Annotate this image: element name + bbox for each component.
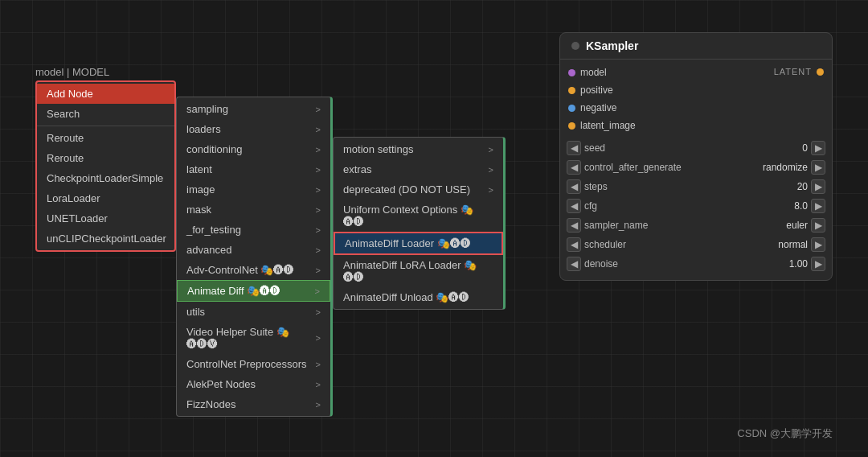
menu-cat-for-testing[interactable]: _for_testing > — [177, 220, 330, 240]
port-negative: negative — [560, 100, 644, 116]
menu-item-uniform-context[interactable]: Uniform Context Options 🎭🅐🅓 — [334, 200, 503, 232]
port-dot-negative — [568, 105, 575, 112]
port-label-model: model — [580, 67, 607, 78]
param-row-cfg: ◀ cfg 8.0 ▶ — [560, 196, 832, 216]
param-name-cfg: cfg — [584, 200, 756, 212]
port-latent-image: latent_image — [560, 117, 644, 134]
ksampler-title: KSampler — [560, 33, 832, 60]
param-row-control-after: ◀ control_after_generate randomize ▶ — [560, 158, 832, 177]
menu-add-node[interactable]: Add Node — [37, 84, 174, 104]
context-menu-level2: sampling > loaders > conditioning > late… — [176, 97, 333, 417]
menu-separator — [37, 126, 174, 126]
param-btn-control-right[interactable]: ▶ — [811, 160, 825, 175]
ksampler-input-ports: model positive negative latent_image — [560, 64, 644, 134]
menu-search[interactable]: Search — [37, 104, 174, 124]
menu-item-extras[interactable]: extras > — [334, 159, 503, 179]
param-value-steps: 20 — [760, 181, 808, 192]
param-row-sampler-name: ◀ sampler_name euler ▶ — [560, 216, 832, 235]
port-dot-latent-out — [817, 68, 824, 76]
menu-unclip-loader[interactable]: unCLIPCheckpointLoader — [37, 228, 174, 249]
ksampler-ports-section: model positive negative latent_image LAT… — [560, 63, 832, 135]
param-btn-seed-right[interactable]: ▶ — [811, 141, 825, 155]
ksampler-title-text: KSampler — [586, 39, 638, 52]
param-name-sampler: sampler_name — [584, 220, 756, 231]
ksampler-output-ports: LATENT — [766, 64, 832, 134]
menu-item-deprecated[interactable]: deprecated (DO NOT USE) > — [334, 179, 503, 200]
param-value-scheduler: normal — [760, 239, 808, 250]
menu-checkpoint-loader[interactable]: CheckpointLoaderSimple — [37, 168, 174, 188]
param-btn-scheduler-left[interactable]: ◀ — [567, 237, 581, 252]
menu-cat-mask[interactable]: mask > — [177, 200, 330, 220]
param-value-sampler: euler — [760, 220, 808, 231]
param-btn-sampler-left[interactable]: ◀ — [567, 218, 581, 233]
menu-cat-advanced[interactable]: advanced > — [177, 240, 330, 260]
param-name-denoise: denoise — [584, 258, 756, 270]
param-value-control-after: randomize — [760, 162, 808, 173]
param-btn-cfg-left[interactable]: ◀ — [567, 199, 581, 213]
menu-cat-fizznodes[interactable]: FizzNodes > — [177, 394, 330, 414]
param-btn-scheduler-right[interactable]: ▶ — [811, 237, 825, 252]
param-btn-steps-left[interactable]: ◀ — [567, 179, 581, 194]
param-btn-control-left[interactable]: ◀ — [567, 160, 581, 175]
ksampler-status-dot — [571, 42, 579, 50]
menu-cat-latent[interactable]: latent > — [177, 159, 330, 179]
param-btn-seed-left[interactable]: ◀ — [567, 141, 581, 155]
menu-lora-loader[interactable]: LoraLoader — [37, 188, 174, 208]
menu-cat-utils[interactable]: utils > — [177, 302, 330, 322]
param-btn-cfg-right[interactable]: ▶ — [811, 199, 825, 213]
menu-unet-loader[interactable]: UNETLoader — [37, 208, 174, 228]
param-btn-steps-right[interactable]: ▶ — [811, 179, 825, 194]
menu-cat-adv-controlnet[interactable]: Adv-ControlNet 🎭🅐🅓 > — [177, 260, 330, 280]
port-dot-latent — [568, 122, 575, 130]
menu-item-animatediff-loader[interactable]: AnimateDiff Loader 🎭🅐🅓 — [334, 232, 503, 255]
model-label: model | MODEL — [35, 66, 109, 78]
port-model: model — [560, 64, 644, 80]
port-dot-model — [568, 69, 575, 76]
port-dot-positive — [568, 87, 575, 94]
menu-item-animatediff-lora[interactable]: AnimateDiff LoRA Loader 🎭🅐🅓 — [334, 255, 503, 287]
param-name-scheduler: scheduler — [584, 239, 756, 250]
param-value-cfg: 8.0 — [760, 200, 808, 212]
param-row-denoise: ◀ denoise 1.00 ▶ — [560, 254, 832, 274]
menu-item-motion-settings[interactable]: motion settings > — [334, 139, 503, 159]
param-btn-denoise-left[interactable]: ◀ — [567, 257, 581, 271]
menu-cat-alekpet[interactable]: AlekPet Nodes > — [177, 374, 330, 394]
menu-cat-image[interactable]: image > — [177, 179, 330, 200]
context-menu-level1: Add Node Search Reroute Reroute Checkpoi… — [35, 80, 176, 252]
param-name-steps: steps — [584, 181, 756, 192]
ksampler-node: KSampler model positive negative latent_… — [559, 32, 833, 281]
menu-cat-sampling[interactable]: sampling > — [177, 99, 330, 119]
context-menu-level3: motion settings > extras > deprecated (D… — [333, 137, 506, 310]
port-label-positive: positive — [580, 84, 613, 96]
menu-item-animatediff-unload[interactable]: AnimateDiff Unload 🎭🅐🅓 — [334, 287, 503, 307]
menu-cat-controlnet-prep[interactable]: ControlNet Preprocessors > — [177, 354, 330, 374]
param-name-control-after: control_after_generate — [584, 162, 756, 173]
menu-cat-video-helper[interactable]: Video Helper Suite 🎭🅐🅓🅥 > — [177, 322, 330, 354]
port-positive: positive — [560, 82, 644, 98]
menu-cat-loaders[interactable]: loaders > — [177, 119, 330, 139]
param-row-scheduler: ◀ scheduler normal ▶ — [560, 235, 832, 254]
watermark: CSDN @大鹏学开发 — [737, 426, 833, 441]
param-name-seed: seed — [584, 142, 756, 154]
menu-cat-conditioning[interactable]: conditioning > — [177, 139, 330, 159]
param-value-denoise: 1.00 — [760, 258, 808, 270]
param-value-seed: 0 — [760, 142, 808, 154]
port-label-negative: negative — [580, 102, 616, 113]
port-latent-out: LATENT — [766, 64, 832, 79]
menu-reroute-2[interactable]: Reroute — [37, 148, 174, 168]
param-row-seed: ◀ seed 0 ▶ — [560, 138, 832, 158]
param-btn-denoise-right[interactable]: ▶ — [811, 257, 825, 271]
port-label-latent-out: LATENT — [774, 67, 812, 76]
param-btn-sampler-right[interactable]: ▶ — [811, 218, 825, 233]
menu-cat-animate-diff[interactable]: Animate Diff 🎭🅐🅓 > — [177, 280, 330, 302]
menu-reroute-1[interactable]: Reroute — [37, 128, 174, 148]
ksampler-params-section: ◀ seed 0 ▶ ◀ control_after_generate rand… — [560, 138, 832, 274]
param-row-steps: ◀ steps 20 ▶ — [560, 177, 832, 196]
port-label-latent: latent_image — [580, 120, 636, 131]
